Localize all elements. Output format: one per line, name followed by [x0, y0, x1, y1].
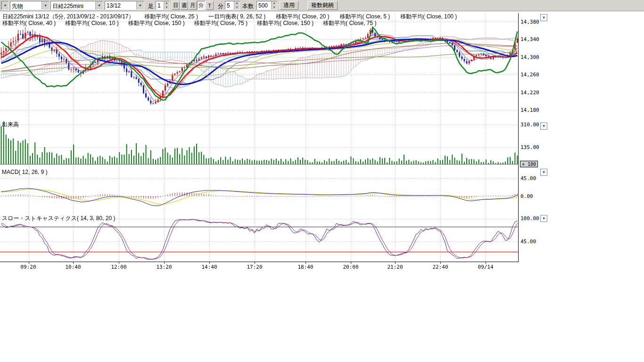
minute-value[interactable]: 5 [225, 1, 234, 9]
chevron-down-icon: ▼ [542, 216, 546, 221]
chevron-down-icon[interactable]: ▼ [136, 1, 144, 9]
legend-ma75: 移動平均( Close, 75 ) [194, 19, 248, 27]
spinner-arrows-icon[interactable]: ▲▼ [234, 1, 239, 9]
stoch-axis-label: 45.00 [520, 239, 536, 245]
bar-label: 足 [148, 2, 154, 10]
legend-ma100: 移動平均( Close, 100 ) [400, 13, 457, 21]
stoch-axis-label: 100.00 [520, 215, 539, 222]
price-axis-label: 14,220 [520, 90, 539, 96]
chevron-down-icon: ▼ [542, 170, 546, 174]
contract-select[interactable]: 13/12 ▼ [105, 1, 144, 10]
volume-axis-label: 310.00 [520, 122, 539, 128]
bar-count-value[interactable]: 1 [156, 1, 164, 9]
timeframe-minute-button[interactable]: 分 [197, 1, 205, 10]
legend-ma40: 移動平均( Close, 40 ) [2, 19, 56, 27]
stoch-panel-title: スロー・ストキャスティクス( 14, 3, 80, 20 ) [2, 214, 115, 222]
time-axis-label: 09:20 [18, 264, 39, 270]
chevron-down-icon[interactable]: ▼ [1, 1, 8, 9]
bar-count-spinner[interactable]: 1 ▲▼ [156, 1, 170, 10]
symbol-select[interactable]: 日経225mini ▼ [50, 1, 103, 10]
volume-panel-title: 出来高 [2, 121, 19, 129]
chart-canvas[interactable] [0, 12, 519, 265]
time-axis-label: 18:40 [295, 264, 316, 270]
legend-row-2: 移動平均( Close, 40 ) 移動平均( Close, 10 ) 移動平均… [2, 19, 377, 27]
category-select[interactable]: 先物 ▼ [10, 1, 50, 10]
legend-ma75b: 移動平均( Close, 75 ) [323, 19, 376, 27]
spinner-arrows-icon[interactable]: ▲▼ [164, 1, 169, 9]
timeframe-tick-button[interactable]: T [206, 1, 214, 10]
legend-ma150b: 移動平均( Close, 150 ) [257, 19, 314, 27]
volume-axis-label: 135.00 [520, 144, 539, 150]
category-select-value: 先物 [10, 1, 41, 9]
time-axis-label: 12:00 [108, 264, 129, 270]
macd-axis-label: 45.00 [520, 175, 536, 181]
time-axis-label: 22:40 [430, 264, 451, 270]
price-axis-label: 14,300 [520, 54, 539, 60]
minute-spinner[interactable]: 5 ▲▼ [225, 1, 240, 10]
contract-select-value: 13/12 [105, 1, 136, 9]
macd-panel-dropdown-button[interactable]: ▼ [540, 169, 547, 176]
timeframe-month-button[interactable]: 月 [189, 1, 197, 10]
price-panel-dropdown-button[interactable]: ▼ [540, 14, 547, 21]
minute-label: 分 [218, 2, 223, 10]
trading-app-window: { "toolbar": { "category_select": { "val… [0, 0, 644, 362]
timeframe-day-button[interactable]: 日 [172, 1, 180, 10]
chevron-down-icon[interactable]: ▼ [95, 1, 103, 9]
price-axis-label: 14,380 [520, 19, 539, 25]
price-axis-label: 14,180 [520, 107, 539, 113]
chevron-down-icon[interactable]: ▼ [41, 1, 49, 9]
time-axis-label: 17:20 [244, 264, 265, 270]
stoch-panel-dropdown-button[interactable]: ▼ [540, 215, 547, 222]
time-axis-label: 14:40 [199, 264, 220, 270]
apply-button[interactable]: 適用 [280, 1, 298, 10]
price-axis-label: 14,340 [520, 36, 539, 42]
price-axis-label: 14,260 [520, 72, 539, 78]
bars-count-label: 本数 [242, 2, 254, 10]
time-axis-label: 21:20 [385, 264, 405, 270]
time-axis-label: 09/14 [475, 264, 496, 270]
time-axis-label: 13:20 [154, 264, 174, 270]
multi-symbol-button[interactable]: 複数銘柄 [307, 1, 338, 10]
legend-ma10: 移動平均( Close, 10 ) [65, 19, 118, 27]
time-axis-label: 20:00 [340, 264, 361, 270]
legend-ma150: 移動平均( Close, 150 ) [128, 19, 185, 27]
symbol-select-value: 日経225mini [51, 1, 95, 9]
macd-axis-label: 0.00 [520, 193, 533, 199]
macd-panel-title: MACD( 12, 26, 9 ) [2, 169, 48, 175]
chevron-down-icon: ▼ [542, 16, 546, 20]
volume-panel-dropdown-button[interactable]: ▼ [540, 123, 547, 130]
bars-count-value[interactable]: 500 [257, 1, 271, 9]
top-toolbar: ▼ 先物 ▼ 日経225mini ▼ 13/12 ▼ 足 1 ▲▼ 日 週 月 … [0, 0, 644, 11]
time-axis-label: 10:40 [63, 264, 83, 270]
chevron-down-icon: ▼ [542, 124, 546, 128]
spinner-arrows-icon[interactable]: ▲▼ [271, 1, 277, 9]
bars-count-spinner[interactable]: 500 ▲▼ [256, 1, 277, 10]
volume-multiplier-badge: × 100 [520, 161, 538, 167]
timeframe-week-button[interactable]: 週 [180, 1, 188, 10]
leftmost-dropdown[interactable]: ▼ [1, 1, 9, 10]
